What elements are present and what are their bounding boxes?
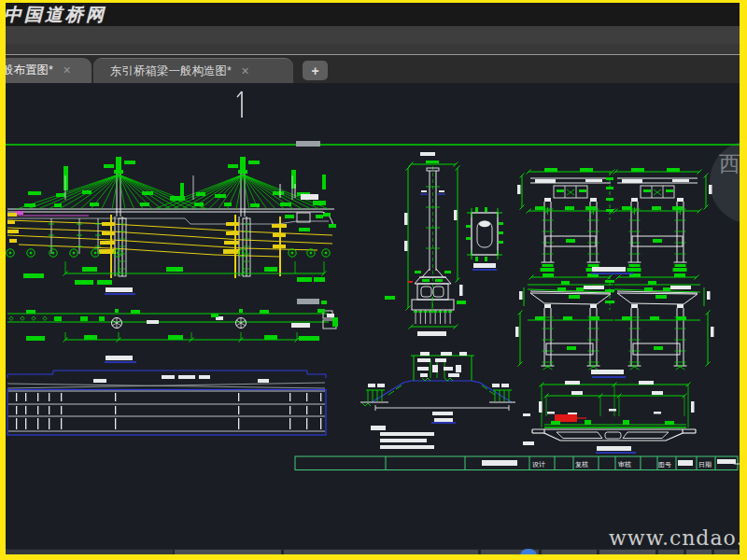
title-block: 设计 复核 审核 图号 日期: [295, 456, 740, 470]
text-cursor: [237, 91, 242, 118]
yellow-frame-bottom: [0, 554, 747, 560]
embankment-cross-section: [360, 352, 515, 449]
drawing-canvas[interactable]: 设计 复核 审核 图号 日期: [0, 0, 747, 560]
title-block-label-date: 日期: [698, 461, 712, 469]
yellow-frame-top: [0, 0, 747, 3]
cad-application-window: 中国道桥网 般布置图* ✕ 东引桥箱梁一般构造图* ✕ + 西 设计 复核 审核…: [0, 0, 747, 560]
bridge-plan-view: [7, 299, 338, 362]
tower-pier-plan-section: [466, 207, 503, 270]
title-block-label-drawing-no: 图号: [658, 461, 671, 469]
title-block-label-check: 复核: [575, 461, 588, 469]
site-watermark-bottom-right: www.cndao.com: [609, 526, 747, 550]
yellow-frame-right: [740, 0, 747, 560]
title-block-label-design: 设计: [532, 461, 545, 468]
approach-pier-cross-sections: [515, 168, 714, 377]
yellow-frame-left: [0, 0, 6, 560]
title-block-label-review: 审核: [618, 461, 631, 469]
box-girder-cross-section: [523, 381, 696, 453]
profile-data-table: [7, 371, 326, 435]
bridge-elevation-view: [7, 157, 336, 294]
tower-pier-elevation: [385, 152, 466, 336]
sheet-frame-line: [6, 141, 740, 147]
